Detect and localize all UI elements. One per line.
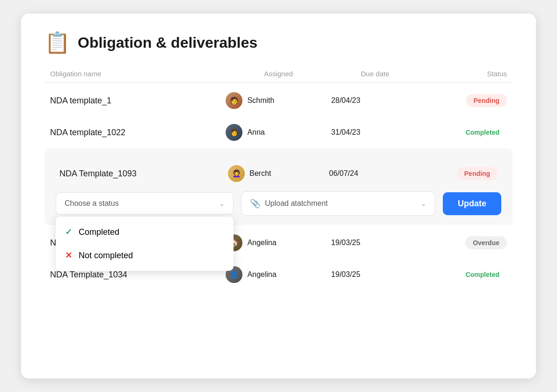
status-option-label: Not completed bbox=[79, 251, 133, 261]
status-dropdown-container: Choose a status ⌄ ✓ Completed ✕ Not comp… bbox=[56, 192, 234, 215]
chevron-down-icon: ⌄ bbox=[219, 200, 225, 207]
assigned-cell: 👩 Anna bbox=[226, 124, 331, 141]
col-header-due-date: Due date bbox=[331, 70, 419, 78]
status-cell: Overdue bbox=[419, 236, 507, 249]
avatar: 👩 bbox=[226, 124, 242, 141]
table-header: Obligation name Assigned Due date Status bbox=[44, 70, 513, 83]
assigned-cell: 👤 Angelina bbox=[226, 266, 331, 283]
assigned-cell: 🏠 Angelina bbox=[226, 234, 331, 251]
status-dropdown-label: Choose a status bbox=[65, 199, 119, 208]
x-icon: ✕ bbox=[65, 250, 72, 261]
status-badge: Overdue bbox=[465, 236, 507, 249]
col-header-assigned: Assigned bbox=[226, 70, 331, 78]
status-cell: Pending bbox=[413, 167, 498, 180]
row-name: NDA Template_1034 bbox=[50, 270, 226, 280]
update-button[interactable]: Update bbox=[443, 192, 501, 215]
row-name: NDA Template_1093 bbox=[59, 169, 228, 179]
chevron-down-icon: ⌄ bbox=[421, 200, 426, 207]
avatar: 👩‍🦱 bbox=[228, 165, 245, 182]
due-date: 28/04/23 bbox=[331, 96, 419, 105]
check-icon: ✓ bbox=[65, 227, 72, 237]
due-date: 19/03/25 bbox=[331, 239, 419, 247]
upload-label: Upload atatchment bbox=[265, 199, 328, 208]
row-name: NDA template_1022 bbox=[50, 128, 226, 138]
row-name: NDA template_1 bbox=[50, 96, 226, 106]
assigned-name: Angelina bbox=[247, 239, 276, 247]
paperclip-icon: 📎 bbox=[250, 198, 260, 209]
table-row[interactable]: NDA template_1022 👩 Anna 31/04/23 Comple… bbox=[44, 116, 513, 148]
assigned-cell: 🧑 Schmith bbox=[226, 92, 331, 109]
due-date: 06/07/24 bbox=[329, 169, 413, 178]
page-icon: 📋 bbox=[44, 32, 70, 53]
main-card: 📋 Obligation & deliverables Obligation n… bbox=[21, 14, 536, 378]
status-cell: Completed bbox=[419, 126, 507, 139]
status-cell: Completed bbox=[419, 268, 507, 281]
page-header: 📋 Obligation & deliverables bbox=[44, 32, 513, 53]
assigned-cell: 👩‍🦱 Bercht bbox=[228, 165, 329, 182]
status-badge: Pending bbox=[466, 94, 507, 107]
status-badge: Completed bbox=[458, 126, 507, 139]
status-badge: Completed bbox=[458, 268, 507, 281]
status-option-completed[interactable]: ✓ Completed bbox=[56, 220, 234, 244]
status-option-label: Completed bbox=[79, 227, 119, 237]
assigned-name: Angelina bbox=[247, 270, 276, 279]
status-dropdown[interactable]: Choose a status ⌄ bbox=[56, 192, 234, 215]
assigned-name: Bercht bbox=[249, 169, 271, 178]
assigned-name: Schmith bbox=[247, 96, 274, 105]
status-option-not-completed[interactable]: ✕ Not completed bbox=[56, 244, 234, 267]
avatar: 🧑 bbox=[226, 92, 242, 109]
status-dropdown-menu: ✓ Completed ✕ Not completed bbox=[56, 217, 234, 271]
status-cell: Pending bbox=[419, 94, 507, 107]
due-date: 19/03/25 bbox=[331, 270, 419, 279]
col-header-status: Status bbox=[419, 70, 507, 78]
page-title: Obligation & deliverables bbox=[78, 34, 257, 51]
controls-row: Choose a status ⌄ ✓ Completed ✕ Not comp… bbox=[54, 189, 503, 216]
due-date: 31/04/23 bbox=[331, 128, 419, 137]
col-header-name: Obligation name bbox=[50, 70, 226, 78]
table-row[interactable]: NDA template_1 🧑 Schmith 28/04/23 Pendin… bbox=[44, 85, 513, 116]
upload-left: 📎 Upload atatchment bbox=[250, 198, 328, 209]
table-row[interactable]: NDA Template_1093 👩‍🦱 Bercht 06/07/24 Pe… bbox=[54, 158, 503, 189]
status-badge: Pending bbox=[457, 167, 498, 180]
assigned-name: Anna bbox=[247, 128, 264, 137]
upload-dropdown[interactable]: 📎 Upload atatchment ⌄ bbox=[241, 191, 435, 216]
expanded-row-container: NDA Template_1093 👩‍🦱 Bercht 06/07/24 Pe… bbox=[44, 148, 513, 225]
